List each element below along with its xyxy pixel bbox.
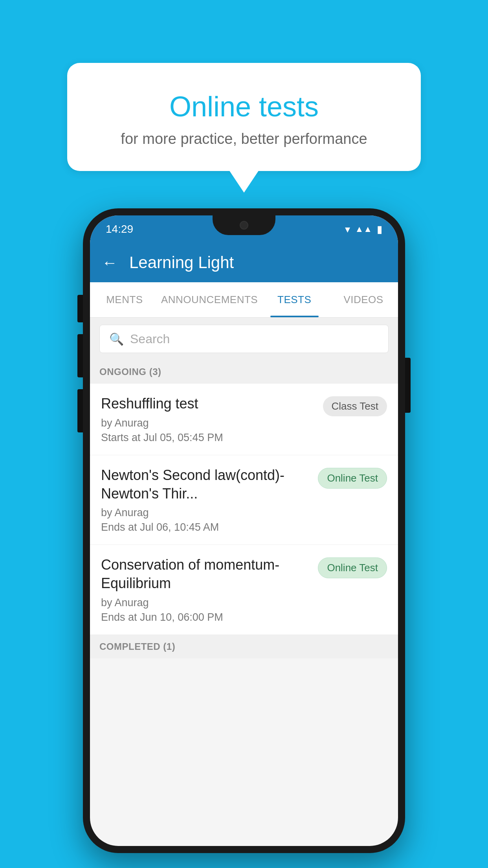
search-container: 🔍 Search <box>90 318 398 360</box>
app-bar: ← Learning Light <box>90 243 398 282</box>
tests-list: Reshuffling test by Anurag Starts at Jul… <box>90 384 398 635</box>
test-info-3: Conservation of momentum-Equilibrium by … <box>101 556 312 623</box>
phone-side-btn-2 <box>77 334 83 377</box>
test-badge-2: Online Test <box>318 468 387 489</box>
test-by-2: by Anurag <box>101 507 312 519</box>
tabs-bar: MENTS ANNOUNCEMENTS TESTS VIDEOS <box>90 282 398 318</box>
test-name-1: Reshuffling test <box>101 395 317 413</box>
phone-frame: 14:29 ▾ ▲▲ ▮ ← Learning Light MENTS ANNO… <box>83 208 405 853</box>
front-camera <box>240 221 248 230</box>
test-name-2: Newton's Second law(contd)-Newton's Thir… <box>101 466 312 503</box>
test-info-2: Newton's Second law(contd)-Newton's Thir… <box>101 466 312 534</box>
battery-icon: ▮ <box>377 223 382 235</box>
phone-screen: 14:29 ▾ ▲▲ ▮ ← Learning Light MENTS ANNO… <box>90 215 398 846</box>
promo-bubble: Online tests for more practice, better p… <box>67 63 421 171</box>
phone-side-btn-right <box>405 358 411 413</box>
test-by-1: by Anurag <box>101 417 317 429</box>
test-info-1: Reshuffling test by Anurag Starts at Jul… <box>101 395 317 444</box>
tab-ments[interactable]: MENTS <box>90 282 159 317</box>
search-placeholder: Search <box>130 332 170 346</box>
phone-side-btn-1 <box>77 295 83 322</box>
test-item-3[interactable]: Conservation of momentum-Equilibrium by … <box>90 545 398 635</box>
test-time-2: Ends at Jul 06, 10:45 AM <box>101 521 312 533</box>
status-icons: ▾ ▲▲ ▮ <box>345 223 382 235</box>
test-name-3: Conservation of momentum-Equilibrium <box>101 556 312 593</box>
phone-notch <box>213 215 275 235</box>
tab-tests[interactable]: TESTS <box>260 282 329 317</box>
signal-icon: ▲▲ <box>355 224 372 234</box>
test-by-3: by Anurag <box>101 597 312 609</box>
status-time: 14:29 <box>106 223 133 235</box>
ongoing-section-header: ONGOING (3) <box>90 360 398 384</box>
app-bar-title: Learning Light <box>129 253 234 272</box>
completed-section-header: COMPLETED (1) <box>90 635 398 658</box>
promo-container: Online tests for more practice, better p… <box>67 63 421 171</box>
search-box[interactable]: 🔍 Search <box>99 325 389 353</box>
search-icon: 🔍 <box>109 332 124 346</box>
test-badge-1: Class Test <box>323 396 387 416</box>
promo-subtitle: for more practice, better performance <box>91 131 397 147</box>
test-time-1: Starts at Jul 05, 05:45 PM <box>101 432 317 444</box>
phone-side-btn-3 <box>77 389 83 432</box>
test-badge-3: Online Test <box>318 557 387 578</box>
tab-announcements[interactable]: ANNOUNCEMENTS <box>159 282 260 317</box>
promo-title: Online tests <box>91 90 397 123</box>
tab-videos[interactable]: VIDEOS <box>329 282 398 317</box>
wifi-icon: ▾ <box>345 223 350 235</box>
test-item[interactable]: Reshuffling test by Anurag Starts at Jul… <box>90 384 398 455</box>
test-item-2[interactable]: Newton's Second law(contd)-Newton's Thir… <box>90 455 398 545</box>
test-time-3: Ends at Jun 10, 06:00 PM <box>101 611 312 623</box>
back-button[interactable]: ← <box>102 254 117 272</box>
